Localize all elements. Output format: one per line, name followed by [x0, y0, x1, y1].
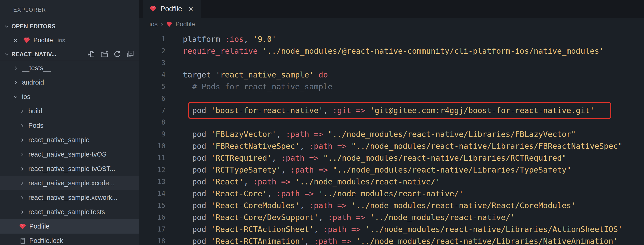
tree-item-podfile-lock[interactable]: Podfile.lock — [0, 234, 139, 245]
code-line-15[interactable]: 15 pod 'React-CoreModules', :path => '..… — [140, 200, 644, 212]
open-editor-item-podfile[interactable]: × Podfile ios — [0, 33, 139, 48]
code-line-4[interactable]: 4target 'react_native_sample' do — [140, 69, 644, 81]
explorer-title: EXPLORER — [0, 0, 139, 20]
breadcrumb: ios › Podfile — [140, 18, 644, 30]
code-text: pod 'RCTTypeSafety', :path => "../node_m… — [183, 164, 571, 176]
tree-item-react-native-sample[interactable]: react_native_sample — [0, 133, 139, 147]
code-token: "../node_modules/react-native/Libraries/… — [351, 142, 622, 150]
code-editor[interactable]: 1platform :ios, '9.0'2require_relative '… — [140, 30, 644, 245]
code-line-1[interactable]: 1platform :ios, '9.0' — [140, 33, 644, 45]
code-token: pod — [183, 130, 211, 139]
code-line-17[interactable]: 17 pod 'React-RCTActionSheet', :path => … — [140, 223, 644, 235]
code-line-18[interactable]: 18 pod 'React-RCTAnimation', :path => '.… — [140, 235, 644, 245]
code-token: , — [244, 34, 253, 44]
refresh-icon[interactable] — [112, 49, 122, 60]
tree-item-react-native-sample-xcwork-[interactable]: react_native_sample.xcwork... — [0, 190, 139, 205]
line-number: 15 — [140, 200, 166, 212]
code-token: => — [342, 236, 351, 245]
code-token: pod — [183, 189, 211, 198]
ruby-icon — [19, 223, 26, 230]
code-token: target — [183, 70, 216, 79]
code-token: :path — [290, 165, 314, 174]
code-token: 'React-CoreModules' — [211, 201, 300, 210]
close-icon[interactable]: × — [11, 36, 20, 45]
explorer-sidebar: EXPLORER OPEN EDITORS × Podfile ios REAC… — [0, 0, 140, 245]
open-editors-header[interactable]: OPEN EDITORS — [0, 20, 139, 33]
code-line-5[interactable]: 5 # Pods for react_native_sample — [140, 81, 644, 92]
chevron-right-icon — [19, 152, 25, 158]
code-token — [314, 165, 318, 174]
code-text: pod 'React-CoreModules', :path => '../no… — [183, 200, 576, 212]
tree-item-build[interactable]: build — [0, 104, 139, 118]
code-token: 'RCTTypeSafety' — [211, 165, 281, 174]
line-number: 14 — [140, 188, 166, 200]
code-token: 'FBLazyVector' — [211, 130, 276, 139]
code-token: '../node_modules/react-native/Libraries/… — [365, 225, 622, 234]
line-number: 12 — [140, 164, 166, 176]
workspace-section-header[interactable]: REACT_NATIV... — [0, 48, 139, 61]
code-token: '../node_modules/react-native/' — [370, 213, 515, 222]
ruby-icon — [23, 37, 30, 44]
code-text: pod 'boost-for-react-native', :git => 'g… — [183, 104, 594, 116]
tree-item-react-native-sampletests[interactable]: react_native_sampleTests — [0, 205, 139, 219]
tree-item-label: Pods — [28, 122, 44, 129]
code-line-14[interactable]: 14 pod 'React-Core', :path => '../node_m… — [140, 188, 644, 200]
code-token: , — [276, 130, 286, 139]
code-line-9[interactable]: 9 pod 'FBLazyVector', :path => "../node_… — [140, 128, 644, 140]
code-token: 'FBReactNativeSpec' — [211, 142, 300, 150]
code-line-16[interactable]: 16 pod 'React-Core/DevSupport', :path =>… — [140, 212, 644, 223]
code-token: => — [318, 165, 328, 174]
collapse-all-icon[interactable] — [125, 49, 135, 60]
tab-close-icon[interactable]: × — [187, 4, 195, 14]
code-line-3[interactable]: 3 — [140, 57, 644, 69]
code-token: , — [272, 153, 281, 162]
tree-item-label: ios — [22, 93, 30, 100]
open-editor-detail: ios — [58, 37, 65, 44]
code-token: :path — [309, 201, 332, 210]
tab-podfile[interactable]: Podfile × — [143, 0, 201, 18]
code-token: , — [281, 165, 290, 174]
new-folder-icon[interactable] — [99, 49, 110, 60]
chevron-down-icon — [3, 23, 10, 30]
code-line-11[interactable]: 11 pod 'RCTRequired', :path => "../node_… — [140, 152, 644, 164]
code-line-12[interactable]: 12 pod 'RCTTypeSafety', :path => "../nod… — [140, 164, 644, 176]
code-line-6[interactable]: 6 — [140, 92, 644, 104]
code-line-10[interactable]: 10 pod 'FBReactNativeSpec', :path => "..… — [140, 140, 644, 152]
workspace-label: REACT_NATIV... — [12, 51, 56, 58]
code-token: 'React-RCTActionSheet' — [211, 225, 314, 234]
tree-item-ios[interactable]: ios — [0, 90, 139, 104]
code-token: , — [318, 213, 328, 222]
code-text: pod 'React', :path => '../node_modules/r… — [183, 176, 440, 188]
tree-item-react-native-sample-tvost-[interactable]: react_native_sample-tvOST... — [0, 162, 139, 176]
code-text: pod 'FBReactNativeSpec', :path => "../no… — [183, 140, 622, 152]
breadcrumb-segment-podfile[interactable]: Podfile — [176, 20, 195, 28]
code-token: => — [351, 225, 360, 234]
tree-item-podfile[interactable]: Podfile — [0, 219, 139, 234]
code-line-8[interactable]: 8 — [140, 116, 644, 128]
code-line-13[interactable]: 13 pod 'React', :path => '../node_module… — [140, 176, 644, 188]
tree-item-android[interactable]: android — [0, 75, 139, 90]
code-token — [323, 130, 328, 139]
code-token — [328, 165, 332, 174]
code-token: pod — [183, 153, 211, 162]
tree-item-react-native-sample-tvos[interactable]: react_native_sample-tvOS — [0, 147, 139, 162]
code-token — [351, 213, 356, 222]
tree-item-react-native-sample-xcode-[interactable]: react_native_sample.xcode... — [0, 176, 139, 190]
code-token: pod — [183, 165, 211, 174]
line-number: 11 — [140, 152, 166, 164]
tree-item--tests-[interactable]: __tests__ — [0, 61, 139, 75]
code-line-7[interactable]: 7 pod 'boost-for-react-native', :git => … — [140, 104, 644, 116]
line-number: 10 — [140, 140, 166, 152]
code-token — [351, 236, 356, 245]
breadcrumb-segment-ios[interactable]: ios — [150, 20, 158, 28]
line-number: 9 — [140, 128, 166, 140]
code-token: pod — [183, 201, 211, 210]
tree-item-label: __tests__ — [22, 64, 51, 72]
code-token — [346, 225, 351, 234]
chevron-down-icon — [3, 51, 10, 58]
tree-item-label: react_native_sample-tvOS — [28, 150, 106, 158]
code-token: '../node_modules/@react-native-community… — [262, 46, 604, 56]
tree-item-pods[interactable]: Pods — [0, 118, 139, 133]
code-line-2[interactable]: 2require_relative '../node_modules/@reac… — [140, 45, 644, 57]
new-file-icon[interactable] — [86, 49, 97, 60]
